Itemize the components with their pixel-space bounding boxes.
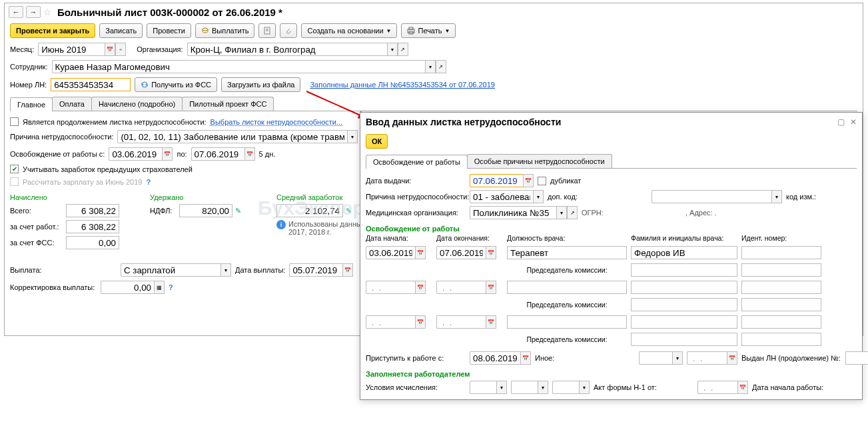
r3-name-input[interactable]: [631, 315, 737, 329]
reason-input[interactable]: [117, 130, 347, 143]
r3-start-input[interactable]: [366, 315, 415, 329]
calendar-icon[interactable]: 📅: [737, 381, 748, 394]
calendar-icon[interactable]: 📅: [727, 351, 737, 365]
calendar-icon[interactable]: 📅: [523, 174, 534, 187]
prev-insurers-checkbox[interactable]: [10, 165, 19, 173]
submit-close-button[interactable]: Провести и закрыть: [10, 23, 95, 38]
favorite-icon[interactable]: ☆: [43, 7, 52, 17]
r2-position-input[interactable]: [507, 281, 627, 294]
chevron-down-icon[interactable]: ▾: [556, 206, 567, 219]
chevron-down-icon[interactable]: ▾: [347, 130, 358, 143]
r1-start-input[interactable]: [366, 246, 415, 259]
tab-pilot[interactable]: Пилотный проект ФСС: [182, 97, 274, 111]
ndfl-input[interactable]: [179, 204, 232, 217]
cond2-input[interactable]: [511, 381, 538, 394]
ln-cont-input[interactable]: [845, 351, 868, 365]
calendar-icon[interactable]: 📅: [105, 43, 115, 56]
chevron-down-icon[interactable]: ▾: [425, 60, 436, 73]
issue-date-input[interactable]: [470, 174, 523, 187]
chevron-down-icon[interactable]: ▾: [579, 381, 590, 394]
r3-end-input[interactable]: [436, 315, 486, 329]
open-icon[interactable]: ↗: [398, 43, 408, 56]
calendar-icon[interactable]: 📅: [162, 147, 173, 161]
edit-icon[interactable]: ✎: [346, 207, 352, 215]
popup-reason-input[interactable]: [470, 190, 533, 203]
calendar-icon[interactable]: 📅: [486, 315, 496, 329]
attach-button[interactable]: [280, 23, 297, 38]
release-to-input[interactable]: [191, 147, 244, 161]
payment-input[interactable]: [121, 263, 220, 277]
tab-payment[interactable]: Оплата: [52, 97, 92, 111]
stepper-icon[interactable]: ÷: [115, 43, 126, 56]
r2-name-input[interactable]: [631, 281, 737, 294]
chevron-down-icon[interactable]: ▾: [538, 381, 548, 394]
payment-date-input[interactable]: [289, 263, 342, 277]
return-input[interactable]: [470, 351, 520, 365]
filled-ln-link[interactable]: Заполнены данные ЛН №645353453534 от 07.…: [310, 81, 495, 89]
maximize-icon[interactable]: ▢: [837, 117, 845, 127]
calendar-icon[interactable]: 📅: [415, 315, 426, 329]
close-icon[interactable]: ✕: [850, 117, 857, 127]
chevron-down-icon[interactable]: ▾: [387, 43, 398, 56]
edit-icon[interactable]: ✎: [235, 207, 241, 215]
create-based-button[interactable]: Создать на основании ▼: [301, 23, 397, 38]
write-button[interactable]: Записать: [99, 23, 143, 38]
chevron-down-icon[interactable]: ▾: [672, 351, 683, 365]
chair1-id-input[interactable]: [741, 263, 821, 277]
medorg-input[interactable]: [470, 206, 556, 219]
chair2-name-input[interactable]: [631, 298, 737, 311]
r2-start-input[interactable]: [366, 281, 415, 294]
chair3-id-input[interactable]: [741, 333, 821, 346]
help-icon[interactable]: ?: [169, 283, 173, 291]
open-icon[interactable]: ↗: [567, 206, 578, 219]
correction-input[interactable]: [101, 281, 154, 294]
pay-button[interactable]: Выплатить: [195, 23, 254, 38]
org-input[interactable]: [187, 43, 387, 56]
fss-input[interactable]: [66, 236, 119, 249]
tab-accrued[interactable]: Начислено (подробно): [91, 97, 183, 111]
r3-position-input[interactable]: [507, 315, 627, 329]
r1-id-input[interactable]: [741, 246, 821, 259]
r3-id-input[interactable]: [741, 315, 821, 329]
r1-position-input[interactable]: [507, 246, 627, 259]
chevron-down-icon[interactable]: ▾: [220, 263, 231, 277]
chevron-down-icon[interactable]: ▾: [771, 190, 782, 203]
release-from-input[interactable]: [109, 147, 162, 161]
month-input[interactable]: [38, 43, 105, 56]
other-input[interactable]: [639, 351, 672, 365]
r2-id-input[interactable]: [741, 281, 821, 294]
addcode-input[interactable]: [651, 190, 771, 203]
chair3-name-input[interactable]: [631, 333, 737, 346]
cond3-input[interactable]: [552, 381, 579, 394]
cond1-input[interactable]: [470, 381, 496, 394]
duplicate-checkbox[interactable]: [538, 177, 546, 185]
get-from-fss-button[interactable]: Получить из ФСС: [135, 77, 217, 92]
chevron-down-icon[interactable]: ▾: [533, 190, 544, 203]
r1-end-input[interactable]: [436, 246, 486, 259]
tab-special[interactable]: Особые причины нетрудоспособности: [467, 154, 612, 168]
load-from-file-button[interactable]: Загрузить из файла: [221, 77, 300, 92]
chair2-id-input[interactable]: [741, 298, 821, 311]
print-button[interactable]: Печать ▼: [401, 23, 456, 38]
forward-button[interactable]: →: [26, 6, 41, 18]
help-icon[interactable]: ?: [146, 178, 151, 186]
chevron-down-icon[interactable]: ▾: [496, 381, 507, 394]
calendar-icon[interactable]: 📅: [520, 351, 531, 365]
choose-ln-link[interactable]: Выбрать листок нетрудоспособности...: [211, 118, 343, 126]
calendar-icon[interactable]: 📅: [486, 281, 496, 294]
continuation-checkbox[interactable]: [10, 117, 19, 126]
r1-name-input[interactable]: [631, 246, 737, 259]
other-date-input[interactable]: [687, 351, 727, 365]
tab-main[interactable]: Главное: [10, 97, 53, 111]
calendar-icon[interactable]: 📅: [415, 281, 426, 294]
calc-icon[interactable]: ▦: [154, 281, 165, 294]
calendar-icon[interactable]: 📅: [342, 263, 353, 277]
employer-input[interactable]: [66, 220, 119, 233]
calendar-icon[interactable]: 📅: [486, 246, 496, 259]
total-input[interactable]: [66, 204, 119, 217]
back-button[interactable]: ←: [9, 6, 23, 18]
ln-number-input[interactable]: [51, 78, 131, 91]
akt-date-input[interactable]: [697, 381, 737, 394]
calendar-icon[interactable]: 📅: [415, 246, 426, 259]
employee-input[interactable]: [52, 60, 425, 73]
